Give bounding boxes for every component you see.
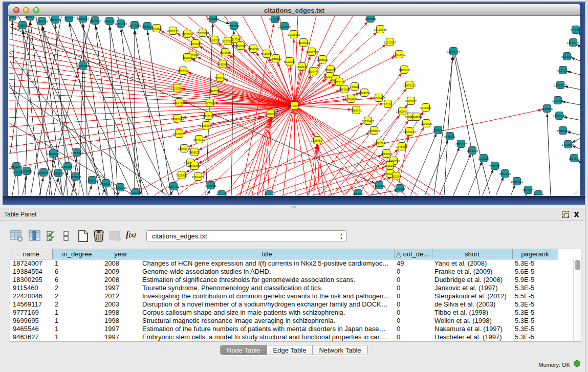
svg-text:1145194: 1145194 (53, 172, 63, 175)
svg-text:1949804: 1949804 (411, 116, 422, 119)
svg-text:12975115: 12975115 (403, 84, 416, 87)
svg-text:19958167: 19958167 (100, 182, 113, 185)
svg-text:16671355: 16671355 (128, 24, 141, 27)
svg-text:13325419: 13325419 (288, 33, 300, 36)
svg-text:7485003: 7485003 (399, 69, 410, 72)
svg-text:10046718: 10046718 (178, 147, 191, 150)
svg-text:1405571: 1405571 (9, 16, 18, 18)
svg-text:15692371: 15692371 (557, 129, 570, 133)
svg-text:17957255: 17957255 (86, 179, 99, 182)
svg-text:10688609: 10688609 (368, 129, 381, 133)
svg-text:19218506: 19218506 (278, 25, 291, 28)
svg-text:2935114: 2935114 (478, 157, 489, 160)
svg-text:15720407: 15720407 (362, 120, 375, 123)
svg-text:7632621: 7632621 (489, 165, 500, 168)
svg-text:18807249: 18807249 (374, 142, 387, 145)
svg-text:23975867: 23975867 (61, 165, 74, 168)
svg-text:12213383: 12213383 (171, 87, 184, 90)
svg-text:16543382: 16543382 (189, 42, 202, 46)
svg-text:746266: 746266 (350, 85, 360, 89)
svg-text:1527602: 1527602 (90, 19, 101, 23)
svg-text:8990448: 8990448 (308, 70, 319, 73)
svg-text:8938921: 8938921 (444, 135, 455, 138)
svg-text:3624554: 3624554 (359, 92, 370, 95)
svg-text:16210643: 16210643 (553, 115, 566, 118)
svg-text:7663822: 7663822 (151, 27, 162, 30)
svg-text:10973493: 10973493 (393, 53, 406, 56)
svg-text:19654923: 19654923 (403, 130, 416, 134)
svg-text:19166825: 19166825 (173, 133, 186, 136)
svg-text:19384554: 19384554 (311, 139, 324, 142)
svg-text:20691406: 20691406 (36, 20, 49, 23)
svg-text:23226058: 23226058 (197, 32, 209, 35)
svg-text:1117364: 1117364 (571, 29, 580, 32)
svg-text:7357274: 7357274 (228, 25, 239, 28)
svg-text:20053346: 20053346 (77, 64, 90, 68)
svg-text:3215958: 3215958 (541, 107, 553, 111)
svg-text:9699695: 9699695 (421, 122, 432, 125)
svg-text:1065327: 1065327 (63, 17, 75, 20)
svg-text:8186328: 8186328 (209, 39, 220, 42)
svg-text:3716485: 3716485 (205, 184, 216, 187)
svg-text:1975692: 1975692 (396, 145, 407, 148)
svg-text:1065326: 1065326 (50, 18, 61, 21)
svg-text:12213967: 12213967 (384, 41, 397, 44)
svg-text:16154838: 16154838 (374, 28, 387, 31)
svg-text:9146821: 9146821 (261, 53, 272, 56)
svg-text:1167531: 1167531 (569, 157, 579, 160)
svg-text:8471626: 8471626 (499, 172, 511, 176)
svg-text:9657791: 9657791 (168, 185, 179, 188)
svg-text:1733426: 1733426 (394, 187, 405, 190)
svg-text:2718176: 2718176 (178, 70, 189, 73)
svg-text:1588520: 1588520 (270, 57, 281, 60)
svg-text:9242845: 9242845 (217, 63, 228, 66)
svg-text:1093344: 1093344 (216, 193, 227, 196)
svg-text:8935001: 8935001 (11, 165, 22, 168)
svg-text:1244415: 1244415 (552, 99, 563, 102)
svg-text:2887682: 2887682 (365, 17, 376, 20)
svg-text:8878332: 8878332 (193, 138, 205, 141)
svg-text:5322037: 5322037 (284, 60, 295, 63)
svg-text:9474444: 9474444 (467, 149, 478, 152)
svg-text:6379197: 6379197 (455, 143, 467, 146)
svg-text:17359924: 17359924 (71, 151, 83, 155)
svg-text:9115460: 9115460 (420, 106, 431, 110)
svg-text:6466160: 6466160 (104, 20, 115, 23)
svg-text:9129966: 9129966 (561, 55, 573, 58)
svg-text:16782759: 16782759 (114, 186, 127, 189)
svg-text:16648784: 16648784 (447, 50, 460, 53)
svg-text:1405572: 1405572 (17, 24, 28, 27)
svg-text:16107552: 16107552 (173, 101, 186, 104)
svg-text:19654983: 19654983 (171, 117, 184, 120)
svg-text:15751074: 15751074 (567, 41, 580, 45)
svg-text:6497568: 6497568 (339, 88, 350, 91)
svg-text:12923448: 12923448 (129, 191, 142, 194)
svg-text:1022113: 1022113 (264, 193, 274, 196)
svg-text:9463627: 9463627 (405, 100, 417, 103)
svg-text:62160: 62160 (384, 103, 392, 106)
svg-text:2803144: 2803144 (214, 77, 226, 80)
svg-text:16033809: 16033809 (207, 17, 220, 20)
svg-text:9245052: 9245052 (533, 193, 544, 196)
svg-text:8912954: 8912954 (182, 33, 193, 36)
svg-text:16961758: 16961758 (306, 51, 318, 54)
svg-text:917006: 917006 (205, 102, 215, 105)
svg-text:8960125: 8960125 (167, 30, 179, 33)
svg-text:10654122: 10654122 (511, 180, 524, 183)
svg-text:252254: 252254 (391, 175, 401, 178)
svg-text:18640910: 18640910 (297, 41, 310, 45)
svg-text:8813054: 8813054 (269, 18, 280, 21)
svg-text:1061447: 1061447 (353, 192, 364, 195)
svg-text:12942757: 12942757 (37, 171, 50, 174)
svg-text:989016: 989016 (183, 56, 192, 59)
svg-text:3267130: 3267130 (203, 115, 214, 118)
svg-text:17016504: 17016504 (562, 143, 575, 146)
svg-text:7955812: 7955812 (317, 58, 328, 61)
svg-text:1562615: 1562615 (296, 65, 308, 69)
svg-text:5498222: 5498222 (189, 151, 200, 154)
svg-text:8454749: 8454749 (248, 48, 259, 51)
svg-text:9084067: 9084067 (381, 152, 392, 156)
svg-text:2867608: 2867608 (235, 45, 246, 48)
svg-text:12093873: 12093873 (554, 84, 567, 87)
svg-text:14136141: 14136141 (373, 184, 386, 187)
